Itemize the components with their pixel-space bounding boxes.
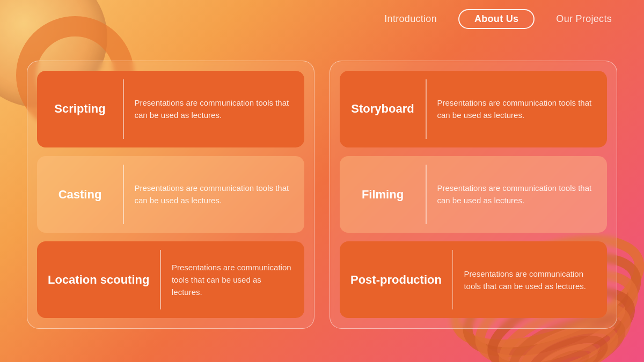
scripting-title-area: Scripting xyxy=(37,71,123,147)
location-scouting-title: Location scouting xyxy=(48,272,149,287)
navbar: Introduction About Us Our Projects xyxy=(0,0,644,38)
scripting-card: Scripting Presentations are communicatio… xyxy=(37,71,304,147)
location-scouting-desc: Presentations are communication tools th… xyxy=(161,241,304,318)
scripting-title: Scripting xyxy=(54,101,105,116)
nav-introduction[interactable]: Introduction xyxy=(384,13,437,25)
casting-title: Casting xyxy=(58,187,102,202)
storyboard-title: Storyboard xyxy=(351,101,414,116)
casting-card: Casting Presentations are communication … xyxy=(37,156,304,233)
location-scouting-card: Location scouting Presentations are comm… xyxy=(37,241,304,318)
post-production-title-area: Post-production xyxy=(340,241,452,318)
post-production-desc: Presentations are communication tools th… xyxy=(453,241,607,318)
filming-title-area: Filming xyxy=(340,156,426,233)
post-production-title: Post-production xyxy=(350,272,442,287)
location-scouting-title-area: Location scouting xyxy=(37,241,160,318)
post-production-card: Post-production Presentations are commun… xyxy=(340,241,607,318)
right-panel: Storyboard Presentations are communicati… xyxy=(330,61,617,329)
main-content: Scripting Presentations are communicatio… xyxy=(0,0,644,362)
storyboard-title-area: Storyboard xyxy=(340,71,426,147)
filming-card: Filming Presentations are communication … xyxy=(340,156,607,233)
storyboard-desc: Presentations are communication tools th… xyxy=(427,71,608,147)
nav-about-us[interactable]: About Us xyxy=(458,9,535,29)
storyboard-card: Storyboard Presentations are communicati… xyxy=(340,71,607,147)
casting-desc: Presentations are communication tools th… xyxy=(124,156,305,233)
filming-title: Filming xyxy=(362,187,404,202)
filming-desc: Presentations are communication tools th… xyxy=(427,156,608,233)
nav-our-projects[interactable]: Our Projects xyxy=(556,13,612,25)
left-panel: Scripting Presentations are communicatio… xyxy=(27,61,314,329)
scripting-desc: Presentations are communication tools th… xyxy=(124,71,305,147)
casting-title-area: Casting xyxy=(37,156,123,233)
